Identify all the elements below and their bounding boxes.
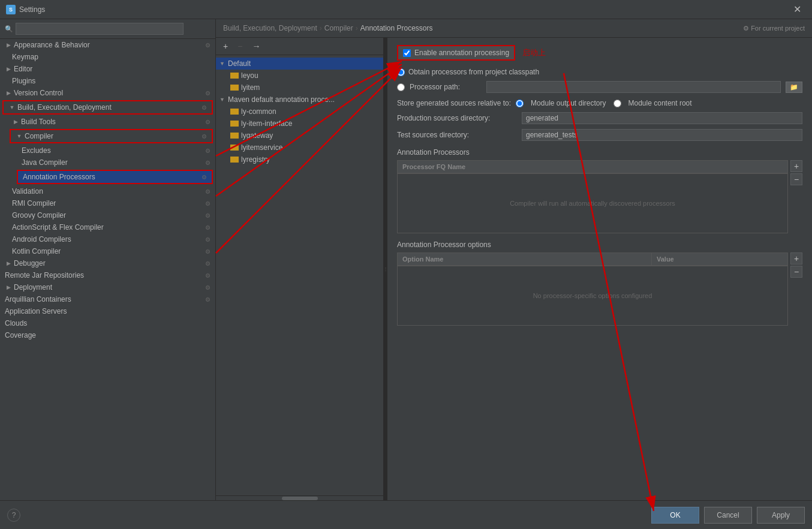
enable-annotation-area: Enable annotation processing 启动上 bbox=[397, 45, 802, 61]
obtain-processors-radio[interactable] bbox=[397, 68, 405, 76]
remove-processor-button[interactable]: − bbox=[790, 173, 802, 185]
remove-option-button[interactable]: − bbox=[790, 266, 802, 278]
breadcrumb-sep-2: › bbox=[356, 24, 358, 32]
sidebar-item-label: Remote Jar Repositories bbox=[5, 271, 203, 279]
sidebar-item-coverage[interactable]: Coverage bbox=[0, 329, 215, 341]
obtain-processors-row: Obtain processors from project classpath bbox=[397, 68, 802, 76]
module-output-radio[interactable] bbox=[516, 100, 524, 107]
sidebar-item-label: Debugger bbox=[14, 259, 203, 267]
options-table-side-buttons: + − bbox=[790, 253, 802, 278]
sidebar-item-keymap[interactable]: Keymap bbox=[0, 51, 215, 63]
settings-icon: ⚙ bbox=[205, 272, 210, 279]
sidebar-item-validation[interactable]: Validation ⚙ bbox=[0, 185, 215, 197]
sidebar-item-plugins[interactable]: Plugins bbox=[0, 75, 215, 87]
sidebar-item-java-compiler[interactable]: Java Compiler ⚙ bbox=[0, 157, 215, 169]
test-sources-row: Test sources directory: bbox=[397, 129, 802, 141]
forward-button[interactable]: → bbox=[248, 40, 264, 52]
main-layout: 🔍 ▶ Appearance & Behavior ⚙ Keymap ▶ Edi… bbox=[0, 19, 812, 500]
settings-icon: ⚙ bbox=[205, 188, 210, 195]
expand-icon: ▶ bbox=[5, 89, 12, 97]
sidebar-item-debugger[interactable]: ▶ Debugger ⚙ bbox=[0, 257, 215, 269]
apply-button[interactable]: Apply bbox=[757, 507, 805, 524]
module-content-radio[interactable] bbox=[613, 100, 621, 107]
sidebar-item-appearance[interactable]: ▶ Appearance & Behavior ⚙ bbox=[0, 39, 215, 51]
tree-node-lygateway[interactable]: lygateway bbox=[216, 130, 383, 142]
tree-node-leyou[interactable]: leyou bbox=[216, 70, 383, 82]
enable-annotation-label: Enable annotation processing bbox=[414, 49, 509, 57]
annotation-options-section-title: Annotation Processor options bbox=[397, 241, 802, 249]
tree-node-lyitem[interactable]: lyitem bbox=[216, 82, 383, 94]
sidebar-item-build-tools[interactable]: ▶ Build Tools ⚙ bbox=[0, 116, 215, 128]
add-button[interactable]: + bbox=[219, 40, 231, 52]
chinese-annotation: 启动上 bbox=[522, 47, 546, 58]
content-area: Build, Execution, Deployment › Compiler … bbox=[216, 19, 812, 500]
test-sources-input[interactable] bbox=[522, 129, 802, 141]
sidebar-item-actionscript[interactable]: ActionScript & Flex Compiler ⚙ bbox=[0, 221, 215, 233]
annotation-options-empty-msg: No processor-specific options configured bbox=[533, 292, 652, 299]
tree-node-default[interactable]: ▼ Default bbox=[216, 58, 383, 70]
tree-node-label: ly-common bbox=[241, 107, 276, 116]
annotation-processors-table: Processor FQ Name bbox=[397, 160, 788, 173]
sidebar-item-label: Editor bbox=[14, 65, 210, 73]
tree-node-lyitemservice[interactable]: lyitemservice bbox=[216, 142, 383, 154]
sidebar-item-build-exec[interactable]: ▼ Build, Execution, Deployment ⚙ bbox=[4, 101, 212, 113]
annotation-processors-table-area: Processor FQ Name Compiler will run all … bbox=[397, 160, 802, 233]
annotation-options-table-area: Option Name Value No processor-specific … bbox=[397, 253, 802, 326]
sidebar-item-label: Build Tools bbox=[21, 118, 203, 126]
sidebar-item-rmi-compiler[interactable]: RMI Compiler ⚙ bbox=[0, 197, 215, 209]
add-option-button[interactable]: + bbox=[790, 253, 802, 264]
sidebar-item-label: Android Compilers bbox=[12, 235, 203, 244]
sidebar-item-arquillian[interactable]: Arquillian Containers ⚙ bbox=[0, 293, 215, 305]
window-title: Settings bbox=[19, 5, 789, 14]
processor-path-input[interactable] bbox=[486, 81, 781, 93]
enable-annotation-checkbox[interactable] bbox=[403, 49, 411, 57]
processor-path-radio[interactable] bbox=[397, 83, 405, 91]
sidebar: 🔍 ▶ Appearance & Behavior ⚙ Keymap ▶ Edi… bbox=[0, 19, 216, 500]
ok-button[interactable]: OK bbox=[651, 507, 699, 524]
sidebar-item-android[interactable]: Android Compilers ⚙ bbox=[0, 233, 215, 245]
expand-icon: ▼ bbox=[219, 61, 227, 67]
breadcrumb-nav: Build, Execution, Deployment › Compiler … bbox=[223, 24, 433, 32]
sidebar-item-deployment[interactable]: ▶ Deployment ⚙ bbox=[0, 281, 215, 293]
sidebar-item-version-control[interactable]: ▶ Version Control ⚙ bbox=[0, 87, 215, 99]
search-input[interactable] bbox=[16, 23, 184, 35]
tree-node-maven-default[interactable]: ▼ Maven default annotation proce... bbox=[216, 94, 383, 106]
breadcrumb-part-2: Compiler bbox=[324, 24, 353, 32]
tree-node-ly-common[interactable]: ly-common bbox=[216, 106, 383, 118]
sidebar-item-excludes[interactable]: Excludes ⚙ bbox=[0, 145, 215, 157]
remove-button[interactable]: − bbox=[234, 40, 246, 52]
add-processor-button[interactable]: + bbox=[790, 160, 802, 172]
browse-button[interactable]: 📁 bbox=[786, 82, 802, 93]
sidebar-item-remote-jar[interactable]: Remote Jar Repositories ⚙ bbox=[0, 269, 215, 281]
processor-path-label: Processor path: bbox=[410, 83, 482, 91]
settings-icon: ⚙ bbox=[202, 174, 207, 181]
sidebar-item-app-servers[interactable]: Application Servers bbox=[0, 305, 215, 317]
two-panel: + − → ▼ Default leyou bbox=[216, 38, 812, 500]
sidebar-item-compiler[interactable]: ▼ Compiler ⚙ bbox=[11, 130, 212, 142]
sidebar-item-kotlin[interactable]: Kotlin Compiler ⚙ bbox=[0, 245, 215, 257]
sidebar-item-label: Excludes bbox=[22, 146, 203, 155]
cancel-button[interactable]: Cancel bbox=[704, 507, 752, 524]
for-current-project-label: For current project bbox=[751, 25, 805, 32]
sidebar-item-clouds[interactable]: Clouds bbox=[0, 317, 215, 329]
sidebar-item-groovy-compiler[interactable]: Groovy Compiler ⚙ bbox=[0, 209, 215, 221]
tree-node-ly-item-interface[interactable]: ly-item-interface bbox=[216, 118, 383, 130]
annotation-options-table-container: Option Name Value No processor-specific … bbox=[397, 253, 788, 326]
store-generated-row: Store generated sources relative to: Mod… bbox=[397, 99, 802, 107]
production-sources-input[interactable] bbox=[522, 112, 802, 124]
sidebar-item-label: Build, Execution, Deployment bbox=[17, 103, 199, 112]
sidebar-item-annotation-processors[interactable]: Annotation Processors ⚙ bbox=[18, 171, 212, 183]
horizontal-scrollbar[interactable] bbox=[216, 495, 383, 500]
sidebar-item-editor[interactable]: ▶ Editor bbox=[0, 63, 215, 75]
sidebar-item-label: Appearance & Behavior bbox=[14, 41, 203, 49]
sidebar-item-label: Validation bbox=[12, 187, 203, 196]
processor-path-row: Processor path: 📁 bbox=[397, 81, 802, 93]
sidebar-item-label: Version Control bbox=[14, 89, 203, 97]
expand-icon: ▼ bbox=[219, 97, 227, 103]
help-button[interactable]: ? bbox=[7, 509, 20, 522]
store-options: Module output directory Module content r… bbox=[516, 99, 691, 107]
breadcrumb-part-1: Build, Execution, Deployment bbox=[223, 24, 317, 32]
close-button[interactable]: ✕ bbox=[789, 1, 806, 17]
tree-node-label: ly-item-interface bbox=[241, 119, 292, 128]
tree-node-lyregistry[interactable]: lyregistry bbox=[216, 154, 383, 166]
